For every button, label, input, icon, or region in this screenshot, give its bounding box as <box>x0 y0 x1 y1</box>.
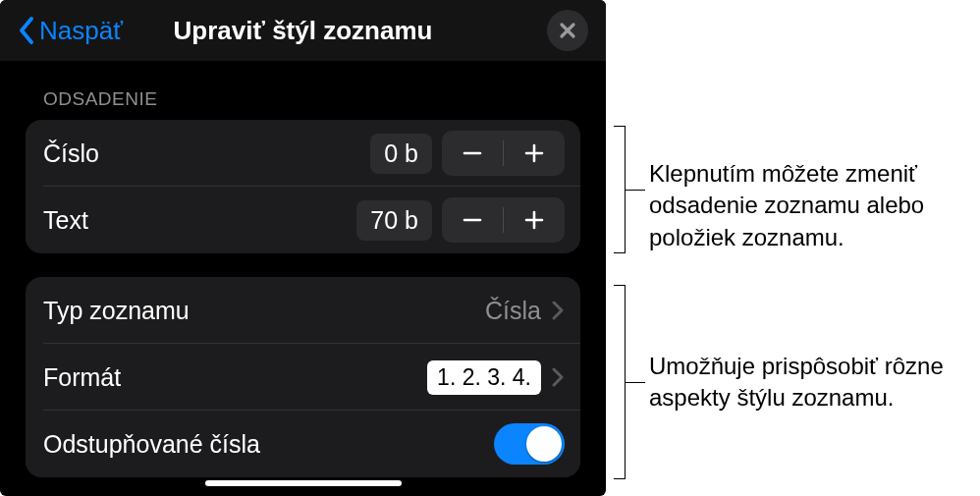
close-button[interactable] <box>547 10 588 51</box>
minus-icon <box>462 209 483 231</box>
screenshot-root: Naspäť Upraviť štýl zoznamu ODSADENIE Čí… <box>0 0 980 496</box>
format-label: Formát <box>43 363 121 392</box>
close-icon <box>559 22 576 39</box>
callout-bracket <box>614 285 626 479</box>
format-row[interactable]: Formát 1. 2. 3. 4. <box>26 344 580 411</box>
chevron-left-icon <box>18 16 35 45</box>
callout-bracket <box>614 126 626 253</box>
callout-leader <box>626 382 645 383</box>
format-value: 1. 2. 3. 4. <box>427 360 541 395</box>
indent-group: Číslo 0 b Text 70 b <box>26 120 580 253</box>
indent-number-value[interactable]: 0 b <box>370 134 432 174</box>
indent-number-increment[interactable] <box>504 131 565 176</box>
chevron-right-icon <box>551 366 565 388</box>
callout-leader <box>626 190 645 191</box>
toggle-knob <box>526 426 562 462</box>
list-type-value: Čísla <box>485 297 541 325</box>
indent-text-value[interactable]: 70 b <box>356 200 432 241</box>
tiered-numbers-toggle[interactable] <box>494 423 565 465</box>
tiered-numbers-label: Odstupňované čísla <box>43 430 260 459</box>
list-type-row[interactable]: Typ zoznamu Čísla <box>26 277 580 344</box>
annotations-pane: Klepnutím môžete zmeniť odsadenie zoznam… <box>606 0 980 496</box>
indent-text-increment[interactable] <box>504 197 565 243</box>
list-style-group: Typ zoznamu Čísla Formát 1. 2. 3. 4. Ods… <box>26 277 580 477</box>
indent-number-row: Číslo 0 b <box>26 120 580 187</box>
plus-icon <box>523 142 545 164</box>
indent-text-stepper <box>442 197 565 243</box>
indent-text-decrement[interactable] <box>442 197 503 243</box>
plus-icon <box>523 209 545 231</box>
ios-panel: Naspäť Upraviť štýl zoznamu ODSADENIE Čí… <box>0 0 606 496</box>
annotation-liststyle: Umožňuje prispôsobiť rôzne aspekty štýlu… <box>649 351 973 414</box>
back-label: Naspäť <box>39 16 123 46</box>
indent-number-decrement[interactable] <box>442 131 503 176</box>
indent-number-stepper <box>442 131 565 176</box>
chevron-right-icon <box>551 300 565 321</box>
indent-text-label: Text <box>43 206 88 235</box>
panel-header: Naspäť Upraviť štýl zoznamu <box>0 0 606 61</box>
indent-number-label: Číslo <box>43 139 99 168</box>
list-type-label: Typ zoznamu <box>43 297 190 325</box>
tiered-numbers-row: Odstupňované čísla <box>26 411 580 477</box>
minus-icon <box>462 142 483 164</box>
home-indicator <box>205 480 402 486</box>
section-heading-indent: ODSADENIE <box>43 88 606 110</box>
indent-text-row: Text 70 b <box>26 187 580 253</box>
back-button[interactable]: Naspäť <box>18 16 123 46</box>
annotation-indent: Klepnutím môžete zmeniť odsadenie zoznam… <box>649 158 973 253</box>
